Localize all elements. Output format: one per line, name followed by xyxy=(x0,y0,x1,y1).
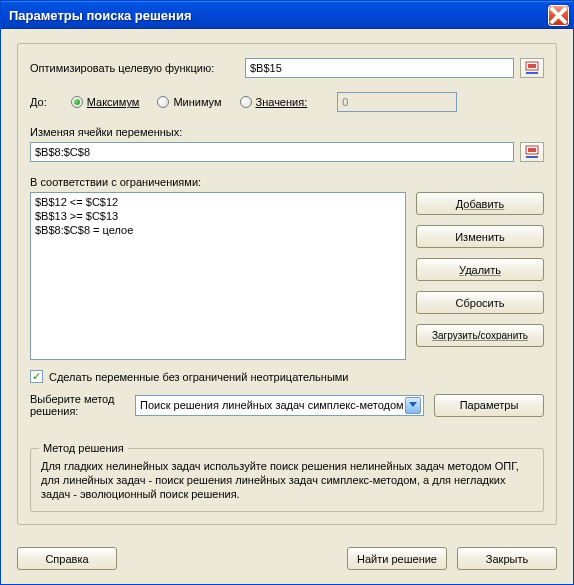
close-icon[interactable] xyxy=(548,5,569,26)
radio-value[interactable]: Значения: xyxy=(240,96,308,108)
titlebar: Параметры поиска решения xyxy=(1,1,573,29)
to-radio-group: Максимум Минимум Значения: xyxy=(71,96,307,108)
radio-max-indicator xyxy=(71,96,83,108)
constraint-buttons: Добавить Изменить Удалить Сбросить Загру… xyxy=(416,192,544,360)
method-row: Выберите метод решения: Поиск решения ли… xyxy=(30,393,544,417)
to-label: До: xyxy=(30,96,47,108)
method-fieldset: Метод решения Для гладких нелинейных зад… xyxy=(30,448,544,512)
svg-rect-4 xyxy=(528,148,536,152)
radio-min-label: Минимум xyxy=(173,96,221,108)
loadsave-button[interactable]: Загрузить/сохранить xyxy=(416,324,544,347)
nonneg-checkbox[interactable]: ✓ xyxy=(30,370,43,383)
variables-input[interactable] xyxy=(30,142,514,162)
close-button[interactable]: Закрыть xyxy=(457,547,557,570)
constraints-listbox[interactable]: $B$12 <= $C$12 $B$13 >= $C$13 $B$8:$C$8 … xyxy=(30,192,406,360)
objective-row: Оптимизировать целевую функцию: xyxy=(30,58,544,78)
change-button[interactable]: Изменить xyxy=(416,225,544,248)
radio-max-label: Максимум xyxy=(87,96,140,108)
value-input xyxy=(337,92,457,112)
help-button[interactable]: Справка xyxy=(17,547,117,570)
svg-rect-2 xyxy=(526,72,538,74)
method-fieldset-title: Метод решения xyxy=(39,442,128,454)
delete-button[interactable]: Удалить xyxy=(416,258,544,281)
main-group: Оптимизировать целевую функцию: До: Макс… xyxy=(17,43,557,525)
method-fieldset-body: Для гладких нелинейных задач используйте… xyxy=(41,459,533,501)
method-select-text: Поиск решения линейных задач симплекс-ме… xyxy=(140,399,405,411)
chevron-down-icon xyxy=(405,397,421,414)
variables-label: Изменяя ячейки переменных: xyxy=(30,126,544,138)
radio-value-indicator xyxy=(240,96,252,108)
radio-min-indicator xyxy=(157,96,169,108)
solver-dialog: Параметры поиска решения Оптимизировать … xyxy=(0,0,574,585)
to-row: До: Максимум Минимум Значения: xyxy=(30,92,544,112)
constraints-area: $B$12 <= $C$12 $B$13 >= $C$13 $B$8:$C$8 … xyxy=(30,192,544,360)
constraints-label: В соответствии с ограничениями: xyxy=(30,176,544,188)
radio-max[interactable]: Максимум xyxy=(71,96,140,108)
radio-min[interactable]: Минимум xyxy=(157,96,221,108)
content-area: Оптимизировать целевую функцию: До: Макс… xyxy=(1,29,573,537)
params-button[interactable]: Параметры xyxy=(434,394,544,417)
nonneg-row[interactable]: ✓ Сделать переменные без ограничений нео… xyxy=(30,370,544,383)
nonneg-label: Сделать переменные без ограничений неотр… xyxy=(49,371,349,383)
collapse-dialog-icon[interactable] xyxy=(520,58,544,78)
add-button[interactable]: Добавить xyxy=(416,192,544,215)
footer: Справка Найти решение Закрыть xyxy=(1,537,573,584)
window-title: Параметры поиска решения xyxy=(9,8,548,23)
reset-button[interactable]: Сбросить xyxy=(416,291,544,314)
method-label: Выберите метод решения: xyxy=(30,393,125,417)
collapse-dialog-icon-2[interactable] xyxy=(520,142,544,162)
objective-label: Оптимизировать целевую функцию: xyxy=(30,62,245,74)
variables-row xyxy=(30,142,544,162)
svg-rect-5 xyxy=(526,156,538,158)
method-select[interactable]: Поиск решения линейных задач симплекс-ме… xyxy=(135,395,424,416)
svg-rect-1 xyxy=(528,64,536,68)
objective-input[interactable] xyxy=(245,58,514,78)
solve-button[interactable]: Найти решение xyxy=(347,547,447,570)
radio-value-label: Значения: xyxy=(256,96,308,108)
